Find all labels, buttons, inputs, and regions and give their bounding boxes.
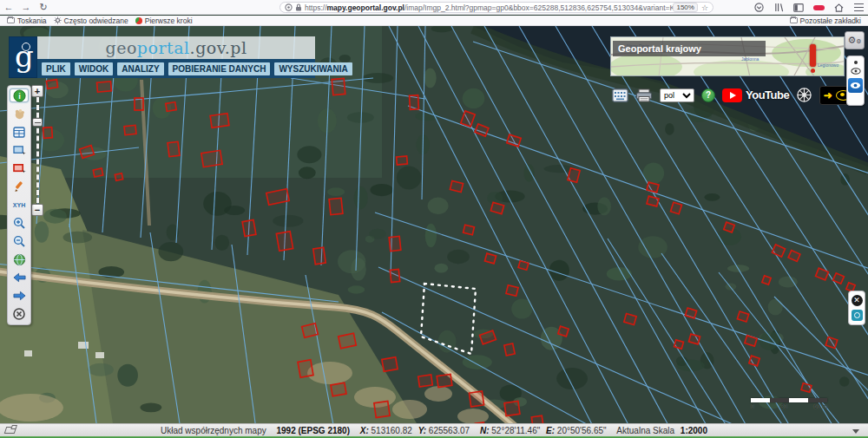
tool-previous-view-button[interactable] (10, 271, 29, 284)
map-header-toolbar: pol ? YouTube ➜ (612, 84, 854, 106)
globe-icon (22, 42, 30, 51)
tool-info-button[interactable]: i (10, 88, 29, 102)
zoom-minus-button[interactable]: − (31, 204, 43, 216)
bookmark-czesto-odwiedzane[interactable]: Często odwiedzane (54, 16, 128, 25)
zoom-out-icon (13, 235, 25, 247)
tool-zoom-in-button[interactable] (10, 216, 29, 230)
sidebar-icon[interactable] (792, 3, 805, 13)
zoom-plus-button[interactable]: + (31, 85, 43, 97)
tool-select-red-rect-button[interactable] (10, 161, 29, 175)
youtube-icon (722, 88, 742, 102)
menu-analizy[interactable]: ANALIZY (117, 62, 163, 75)
tool-highlight-button[interactable] (10, 107, 29, 121)
visibility-toggle-button[interactable] (848, 78, 863, 93)
layer-visibility-panel (846, 56, 865, 106)
globe-icon (13, 253, 26, 266)
library-icon[interactable] (773, 3, 785, 13)
info-icon: i (13, 89, 26, 102)
tool-zoom-out-button[interactable] (10, 234, 29, 248)
overview-map-label: Geoportal krajowy (613, 41, 766, 56)
menu-icon[interactable] (852, 3, 865, 13)
coordinates-readout: Układ współrzędnych mapy 1992 (EPSG 2180… (0, 426, 868, 435)
browser-toolbar: ← → ↻ https://mapy.geoportal.gov.pl/imap… (0, 0, 868, 15)
tool-draw-button[interactable] (10, 180, 29, 193)
keyboard-button[interactable] (612, 88, 628, 102)
page-zoom-badge[interactable]: 150% (673, 3, 697, 12)
bookmark-toskania[interactable]: Toskania (7, 16, 47, 25)
svg-text:Legionowo: Legionowo (818, 62, 838, 68)
zoom-handle[interactable] (32, 118, 43, 127)
map-viewport: g geoportal.gov.pl PLIK WIDOK ANALIZY PO… (0, 26, 868, 423)
camera-icon[interactable] (852, 310, 863, 321)
firefox-icon (135, 17, 142, 24)
youtube-label: YouTube (746, 88, 789, 101)
app-window: ← → ↻ https://mapy.geoportal.gov.pl/imap… (0, 0, 868, 438)
settings-button[interactable]: ⚙⚙ (845, 31, 865, 49)
url-bar[interactable]: https://mapy.geoportal.gov.pl/imap/Imgp_… (279, 2, 713, 13)
tool-xyh-coordinates-button[interactable]: XYH (10, 198, 29, 212)
forward-icon[interactable]: → (17, 0, 35, 15)
geoportal-logo[interactable]: g (9, 36, 37, 78)
home-icon[interactable] (832, 3, 845, 13)
shield-icon[interactable] (285, 3, 293, 11)
select-rectangle-icon (13, 145, 26, 156)
tool-select-rect-button[interactable] (10, 143, 29, 157)
statusbar-expand-caret[interactable] (852, 429, 859, 434)
tool-clear-button[interactable] (10, 307, 29, 321)
corner-widget: ✕ (848, 291, 865, 325)
printer-icon (635, 88, 653, 102)
gears-icon: ⚙⚙ (847, 35, 861, 45)
helm-button[interactable] (796, 87, 812, 103)
arrow-icon: ➜ (824, 90, 832, 101)
tool-full-extent-button[interactable] (10, 252, 29, 266)
xyh-icon: XYH (13, 202, 25, 208)
print-button[interactable] (635, 88, 653, 102)
lock-icon[interactable] (295, 3, 302, 11)
zoom-slider: + − (31, 85, 44, 203)
bookmarks-bar: Toskania Często odwiedzane Pierwsze krok… (0, 16, 868, 26)
arrow-left-icon (13, 272, 26, 283)
menu-wyszukiwania[interactable]: WYSZUKIWANIA (274, 62, 352, 75)
overview-map[interactable]: Nowy Dwór Jabłonna Legionowo Geoportal k… (610, 36, 845, 76)
other-bookmarks[interactable]: Pozostałe zakładki (790, 16, 861, 25)
bookmark-star-icon[interactable]: ☆ (701, 3, 708, 12)
paw-icon (13, 108, 26, 121)
tool-attribute-table-button[interactable] (10, 125, 29, 139)
keyboard-icon (612, 88, 628, 102)
menu-pobieranie-danych[interactable]: POBIERANIE DANYCH (168, 62, 271, 75)
zoom-in-icon (13, 217, 25, 229)
svg-text:Jabłonna: Jabłonna (741, 56, 760, 62)
language-select[interactable]: pol (660, 88, 694, 102)
pocket-icon[interactable] (753, 3, 765, 13)
url-text[interactable]: https://mapy.geoportal.gov.pl/imap/Imgp_… (305, 3, 673, 12)
pencil-icon (13, 180, 25, 193)
folder-icon (790, 17, 798, 23)
close-icon[interactable]: ✕ (852, 295, 863, 306)
help-button[interactable]: ? (701, 88, 715, 102)
site-title: geoportal.gov.pl (37, 36, 315, 59)
extension-pill-icon[interactable] (812, 3, 825, 13)
zoom-track[interactable] (36, 97, 39, 203)
youtube-button[interactable]: YouTube (722, 88, 789, 102)
svg-text:i: i (18, 92, 21, 101)
folder-icon (7, 17, 15, 23)
reload-icon[interactable]: ↻ (35, 0, 52, 15)
table-icon (13, 127, 25, 138)
back-icon[interactable]: ← (0, 0, 17, 15)
bookmark-pierwsze-kroki[interactable]: Pierwsze kroki (135, 16, 193, 25)
map-tools-toolbar: i XYH (7, 85, 31, 325)
arrow-right-icon (13, 291, 26, 301)
select-red-rectangle-icon (13, 163, 26, 174)
gear-icon (54, 16, 62, 24)
scalebar: 03060 m (751, 398, 827, 409)
dot-icon[interactable] (854, 61, 858, 64)
location-marker-icon (810, 44, 816, 67)
eye-small-icon[interactable] (851, 68, 861, 75)
eye-icon (850, 82, 861, 89)
main-menu: PLIK WIDOK ANALIZY POBIERANIE DANYCH WYS… (37, 59, 315, 78)
tool-next-view-button[interactable] (10, 289, 29, 303)
menu-widok[interactable]: WIDOK (75, 62, 113, 75)
geoportal-header: g geoportal.gov.pl PLIK WIDOK ANALIZY PO… (9, 36, 315, 78)
menu-plik[interactable]: PLIK (42, 62, 70, 75)
status-bar: Układ współrzędnych mapy 1992 (EPSG 2180… (0, 423, 868, 436)
